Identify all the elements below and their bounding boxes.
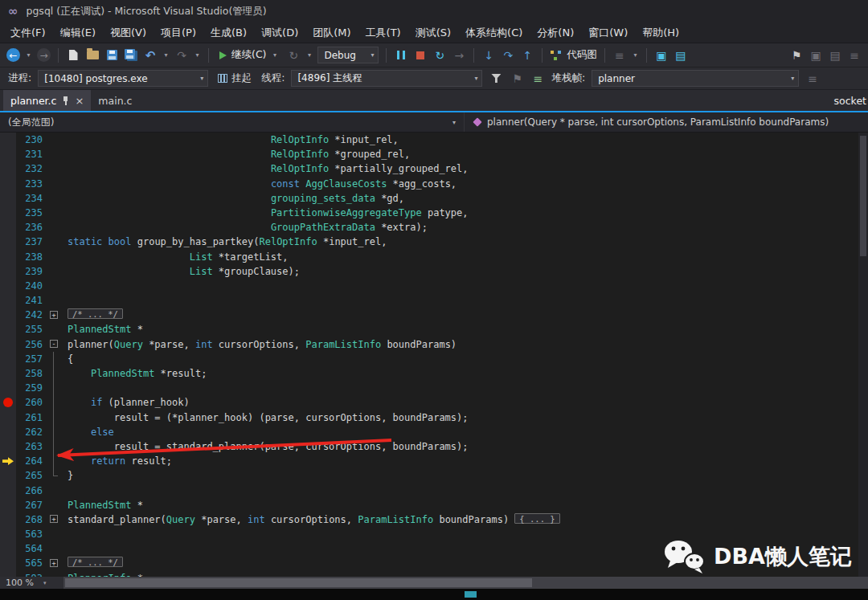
code-line[interactable]: RelOptInfo *input_rel, [61,133,868,147]
code-line[interactable]: grouping_sets_data *gd, [61,191,868,206]
watch-window-icon[interactable]: ▣ [654,47,669,63]
error-list-icon[interactable]: ≡ [612,47,627,63]
break-all-icon[interactable] [394,47,408,63]
menu-item-13[interactable]: 帮助(H) [635,22,686,43]
redo-dropdown-icon[interactable]: ▾ [194,51,201,59]
step-over-icon[interactable]: ↷ [501,47,515,63]
code-map-button[interactable]: 代码图 [550,48,597,62]
menu-item-9[interactable]: 测试(S) [408,22,458,43]
pin-icon[interactable] [62,96,69,106]
breakpoint-margin[interactable] [0,206,16,220]
breakpoint-margin[interactable] [0,279,16,293]
navigate-back-dropdown-icon[interactable]: ▾ [25,51,32,59]
breakpoint-margin[interactable] [0,191,16,206]
breakpoint-margin[interactable] [0,484,16,498]
menu-item-6[interactable]: 调试(D) [254,22,305,43]
apply-code-changes-dropdown-icon[interactable]: ▾ [305,51,313,59]
socket-panel-label[interactable]: socket [834,95,868,107]
process-combo[interactable]: [10480] postgres.exe ▾ [38,70,208,87]
menu-item-7[interactable]: 团队(M) [305,22,358,43]
menu-item-2[interactable]: 编辑(E) [53,22,103,43]
code-line[interactable]: standard_planner(Query *parse, int curso… [61,512,868,527]
code-line[interactable]: planner(Query *parse, int cursorOptions,… [61,337,868,352]
vertical-scrollbar[interactable] [858,133,868,577]
code-line[interactable]: { [61,352,868,366]
member-combo[interactable]: planner(Query * parse, int cursorOptions… [465,112,838,132]
navigate-forward-icon[interactable]: → [37,48,51,62]
code-editor[interactable]: 230 RelOptInfo *input_rel,231 RelOptInfo… [0,133,868,577]
code-line[interactable]: const AggClauseCosts *agg_costs, [61,177,868,191]
misc-window-icon-1[interactable]: ▣ [809,47,823,63]
code-line[interactable] [61,484,868,498]
fold-toggle-icon[interactable]: - [50,340,58,348]
code-line[interactable]: static bool group_by_has_partkey(RelOptI… [61,235,868,249]
code-line[interactable]: } [61,468,868,483]
breakpoint-margin[interactable] [0,439,16,454]
misc-window-icon-2[interactable]: ▤ [828,47,842,63]
code-line[interactable]: return result; [61,454,868,468]
code-line[interactable] [61,279,868,293]
scope-combo[interactable]: (全局范围) ▾ [0,112,465,132]
stop-debugging-icon[interactable] [413,47,428,63]
menu-item-4[interactable]: 项目(P) [154,22,203,43]
save-icon[interactable] [104,47,119,63]
code-line[interactable]: if (planner_hook) [61,395,868,410]
step-into-icon[interactable]: ↓ [481,47,496,63]
menu-item-1[interactable]: 文件(F) [3,22,53,43]
restart-icon[interactable]: ↻ [432,47,447,63]
tab-planner-c[interactable]: planner.c × [3,90,91,111]
breakpoint-margin[interactable] [0,337,16,352]
debug-target-combo[interactable]: Debug ▾ [317,47,379,63]
menu-item-10[interactable]: 体系结构(C) [458,22,530,43]
breakpoint-margin[interactable] [0,556,16,570]
open-file-icon[interactable] [85,47,100,63]
code-line[interactable]: GroupPathExtraData *extra); [61,220,868,235]
bookmark-icon[interactable]: ⚑ [789,47,804,63]
code-line[interactable] [61,381,868,395]
code-line[interactable]: RelOptInfo *partially_grouped_rel, [61,161,868,176]
save-all-icon[interactable] [124,47,138,63]
breakpoint-margin[interactable] [0,161,16,176]
menu-item-11[interactable]: 分析(N) [530,22,581,43]
show-next-statement-icon[interactable]: → [452,47,466,63]
breakpoint-margin[interactable] [0,322,16,337]
breakpoint-margin[interactable] [0,395,16,410]
code-line[interactable]: PartitionwiseAggregateType patype, [61,206,868,220]
breakpoint-margin[interactable] [0,498,16,512]
zoom-control[interactable]: 100 % ▾ [0,578,63,588]
menu-item-5[interactable]: 生成(B) [203,22,254,43]
fold-toggle-icon[interactable]: + [50,515,58,523]
fold-margin[interactable]: + [48,512,61,527]
breakpoint-margin[interactable] [0,352,16,366]
stack-frames-icon[interactable]: ≡ [530,71,545,87]
fold-margin[interactable]: + [48,308,61,322]
tab-main-c[interactable]: main.c [91,90,139,111]
breakpoint-icon[interactable] [3,398,13,407]
breakpoint-margin[interactable] [0,541,16,556]
code-line[interactable]: RelOptInfo *grouped_rel, [61,147,868,161]
breakpoint-margin[interactable] [0,293,16,308]
undo-icon[interactable]: ↶ [143,47,158,63]
breakpoint-margin[interactable] [0,308,16,322]
breakpoint-margin[interactable] [0,425,16,439]
navigate-back-icon[interactable]: ← [6,48,20,62]
toolbar-options-icon[interactable]: ≡ [805,71,820,87]
breakpoint-margin[interactable] [0,147,16,161]
close-icon[interactable]: × [75,96,84,106]
fold-toggle-icon[interactable]: + [50,311,58,319]
breakpoint-margin[interactable] [0,454,16,468]
flag-icon[interactable]: ⚑ [510,71,524,87]
breakpoint-margin[interactable] [0,264,16,279]
breakpoint-margin[interactable] [0,410,16,425]
breakpoint-margin[interactable] [0,381,16,395]
code-line[interactable]: List *groupClause); [61,264,868,279]
code-line[interactable]: PlannedStmt *result; [61,366,868,381]
fold-margin[interactable]: - [48,337,61,352]
step-out-icon[interactable]: ↑ [520,47,534,63]
continue-dropdown-icon[interactable]: ▾ [271,51,278,59]
menu-item-3[interactable]: 视图(V) [103,22,154,43]
breakpoint-margin[interactable] [0,512,16,527]
code-line[interactable]: PlannedStmt * [61,498,868,512]
fold-margin[interactable]: + [48,556,61,570]
stackframe-combo[interactable]: planner ▾ [592,70,799,87]
